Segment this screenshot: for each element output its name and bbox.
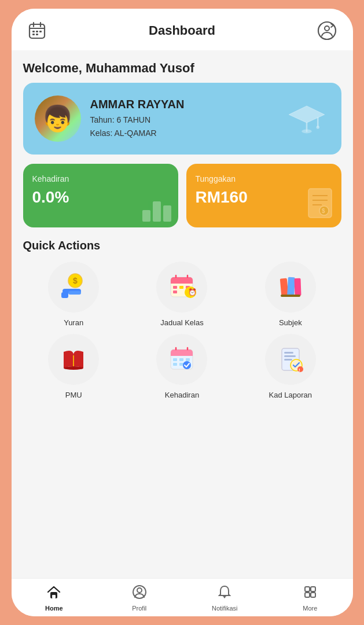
svg-rect-27 — [171, 281, 193, 284]
svg-rect-50 — [179, 363, 183, 366]
svg-text:$: $ — [322, 208, 325, 214]
nav-more-label: More — [303, 605, 317, 612]
jadual-icon-circle: ⏰ — [156, 262, 207, 312]
svg-rect-33 — [173, 291, 177, 293]
graduation-cap-icon — [284, 95, 330, 142]
tunggakan-card[interactable]: Tunggakan RM160 $ — [186, 164, 341, 227]
calendar-icon[interactable] — [25, 19, 49, 42]
kehadiran-label: Kehadiran — [32, 174, 169, 183]
svg-text:⏰: ⏰ — [188, 288, 197, 296]
bottom-navigation: Home Profil Notifikasi — [12, 578, 353, 616]
svg-rect-8 — [36, 34, 38, 35]
student-details: AMMAR RAYYAN Tahun: 6 TAHUN Kelas: AL-QA… — [90, 98, 185, 139]
student-avatar — [35, 95, 81, 142]
svg-rect-53 — [284, 352, 293, 354]
svg-rect-60 — [52, 595, 56, 598]
svg-text:$: $ — [73, 276, 78, 285]
svg-rect-68 — [311, 593, 315, 597]
svg-point-40 — [64, 366, 83, 370]
welcome-text: Welcome, Muhammad Yusof — [23, 50, 341, 83]
subjek-label: Subjek — [279, 318, 302, 327]
svg-rect-65 — [305, 587, 310, 591]
action-kehadiran[interactable]: Kehadiran — [131, 334, 233, 399]
svg-rect-46 — [173, 358, 177, 361]
header-title: Dashboard — [149, 23, 215, 38]
student-tahun: Tahun: 6 TAHUN — [90, 113, 185, 126]
nav-profil[interactable]: Profil — [97, 584, 182, 612]
svg-point-12 — [302, 129, 312, 133]
nav-home-label: Home — [45, 605, 63, 612]
home-icon — [46, 584, 61, 603]
yuran-icon-circle: $ — [48, 262, 99, 312]
svg-rect-24 — [68, 291, 81, 295]
svg-rect-6 — [39, 31, 42, 32]
svg-point-10 — [325, 26, 329, 31]
yuran-label: Yuran — [64, 318, 83, 327]
svg-rect-36 — [280, 278, 289, 296]
svg-rect-54 — [284, 355, 296, 357]
stats-row: Kehadiran 0.0% Tunggakan RM160 — [23, 164, 341, 227]
svg-rect-47 — [179, 358, 183, 361]
pmu-label: PMU — [65, 391, 82, 399]
action-subjek[interactable]: Subjek — [240, 262, 341, 327]
svg-rect-38 — [294, 278, 301, 296]
svg-rect-5 — [36, 31, 38, 32]
svg-rect-37 — [287, 277, 295, 296]
svg-point-62 — [137, 588, 142, 593]
action-pmu[interactable]: PMU — [23, 334, 124, 399]
svg-rect-7 — [32, 34, 35, 35]
actions-grid: $ Yuran — [23, 262, 341, 399]
profile-sync-icon[interactable] — [315, 19, 339, 42]
svg-rect-67 — [305, 593, 310, 597]
quick-actions-title: Quick Actions — [23, 239, 341, 252]
main-content: Welcome, Muhammad Yusof AMMAR RAYYAN Tah… — [12, 50, 353, 578]
svg-rect-23 — [61, 292, 68, 298]
subjek-icon-circle — [265, 262, 316, 312]
svg-rect-30 — [173, 286, 177, 289]
svg-rect-31 — [179, 286, 183, 289]
kad-laporan-icon-circle: ! — [265, 334, 316, 385]
action-yuran[interactable]: $ Yuran — [23, 262, 124, 327]
student-name: AMMAR RAYYAN — [90, 98, 185, 111]
student-card: AMMAR RAYYAN Tahun: 6 TAHUN Kelas: AL-QA… — [23, 83, 341, 155]
svg-rect-49 — [173, 363, 177, 366]
tunggakan-label: Tunggakan — [196, 174, 332, 183]
svg-rect-43 — [171, 353, 193, 356]
kehadiran-action-label: Kehadiran — [165, 391, 199, 399]
svg-rect-66 — [311, 587, 315, 591]
kehadiran-icon-circle — [156, 334, 207, 385]
phone-container: Dashboard Welcome, Muhammad Yusof AMMAR … — [12, 9, 353, 616]
notifikasi-icon — [217, 584, 232, 603]
svg-point-64 — [224, 597, 226, 598]
more-icon — [303, 584, 318, 603]
profil-icon — [132, 584, 147, 603]
nav-profil-label: Profil — [132, 605, 146, 612]
action-jadual-kelas[interactable]: ⏰ Jadual Kelas — [131, 262, 233, 327]
pmu-icon-circle — [48, 334, 99, 385]
svg-rect-4 — [32, 31, 35, 32]
student-info-left: AMMAR RAYYAN Tahun: 6 TAHUN Kelas: AL-QA… — [35, 95, 185, 142]
student-kelas: Kelas: AL-QAMAR — [90, 127, 185, 139]
svg-text:!: ! — [299, 367, 300, 373]
receipt-icon: $ — [306, 188, 334, 222]
svg-marker-11 — [289, 106, 324, 123]
action-kad-laporan[interactable]: ! Kad Laporan — [240, 334, 341, 399]
jadual-label: Jadual Kelas — [160, 318, 203, 327]
nav-home[interactable]: Home — [12, 584, 97, 612]
kehadiran-card[interactable]: Kehadiran 0.0% — [23, 164, 178, 227]
nav-notifikasi[interactable]: Notifikasi — [182, 584, 268, 612]
nav-more[interactable]: More — [267, 584, 353, 612]
svg-rect-48 — [186, 358, 190, 361]
svg-rect-55 — [284, 359, 292, 361]
nav-notifikasi-label: Notifikasi — [212, 605, 238, 612]
bar-chart-icon — [142, 201, 171, 222]
kad-laporan-label: Kad Laporan — [269, 391, 312, 399]
header: Dashboard — [12, 9, 353, 50]
svg-point-13 — [316, 126, 319, 128]
svg-rect-39 — [281, 295, 300, 297]
